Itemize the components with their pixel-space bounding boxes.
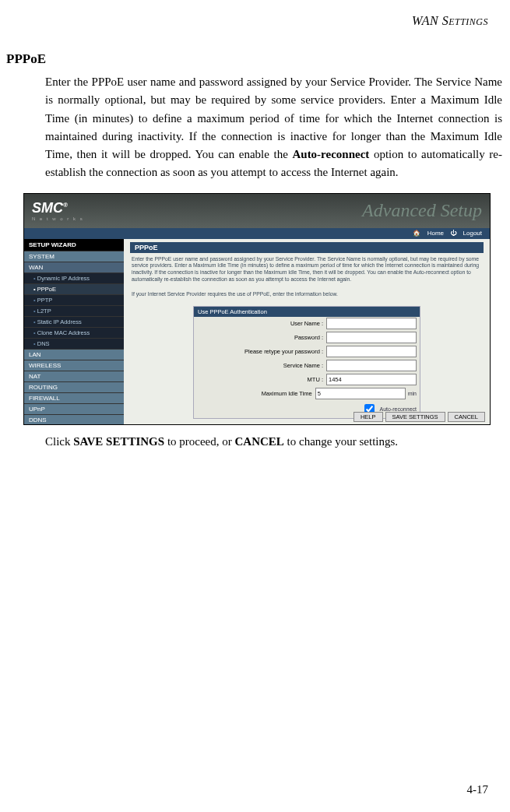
cancel-button[interactable]: CANCEL <box>448 412 485 422</box>
para2-b2: CANCEL <box>235 435 284 448</box>
running-header: WAN SETTINGS <box>0 0 510 28</box>
para1-bold: Auto-reconnect <box>292 148 369 160</box>
sidebar-item-dynamic-ip[interactable]: Dynamic IP Address <box>24 273 124 284</box>
panel-title: PPPoE <box>130 242 484 253</box>
sidebar-item-lan[interactable]: LAN <box>24 350 124 360</box>
idle-input[interactable] <box>315 388 406 399</box>
home-link-label: Home <box>427 230 444 237</box>
sidebar-item-system[interactable]: SYSTEM <box>24 251 124 262</box>
form-header: Use PPPoE Authentication <box>194 307 420 317</box>
mtu-input[interactable] <box>326 374 417 385</box>
service-input[interactable] <box>326 360 417 371</box>
content-panel: PPPoE Enter the PPPoE user name and pass… <box>124 239 490 413</box>
sidebar-item-wireless[interactable]: WIRELESS <box>24 360 124 371</box>
sidebar-item-wan[interactable]: WAN <box>24 262 124 273</box>
home-link[interactable]: 🏠 Home <box>413 230 444 237</box>
logo-sub: N e t w o r k s <box>32 216 84 221</box>
sidebar-setup-wizard[interactable]: SETUP WIZARD <box>24 239 124 251</box>
page-number: 4-17 <box>467 783 489 796</box>
section-title: PPPoE <box>0 28 510 73</box>
topbar: SMC®N e t w o r k s Advanced Setup <box>24 194 490 228</box>
sidebar-item-ddns[interactable]: DDNS <box>24 415 124 425</box>
sidebar-item-routing[interactable]: ROUTING <box>24 382 124 393</box>
sidebar-item-upnp[interactable]: UPnP <box>24 404 124 415</box>
save-settings-button[interactable]: SAVE SETTINGS <box>385 412 445 422</box>
paragraph-1: Enter the PPPoE user name and password a… <box>0 73 510 182</box>
username-input[interactable] <box>326 318 417 329</box>
para2-post: to change your settings. <box>284 435 398 448</box>
para2-mid: to proceed, or <box>164 435 234 448</box>
top-links-bar: 🏠 Home ⏻ Logout <box>24 228 490 239</box>
advanced-setup-title: Advanced Setup <box>362 200 482 221</box>
sidebar-item-pptp[interactable]: PPTP <box>24 295 124 306</box>
pppoe-form: Use PPPoE Authentication User Name : Pas… <box>193 306 420 419</box>
para2-pre: Click <box>45 435 73 448</box>
button-bar: HELP SAVE SETTINGS CANCEL <box>353 412 485 422</box>
sidebar-item-firewall[interactable]: FIREWALL <box>24 393 124 404</box>
para2-b1: SAVE SETTINGS <box>73 435 164 448</box>
logo: SMC®N e t w o r k s <box>32 200 84 221</box>
username-label: User Name : <box>197 320 326 327</box>
password-input[interactable] <box>326 332 417 343</box>
logout-link-label: Logout <box>463 230 482 237</box>
retype-label: Please retype your password : <box>197 348 326 355</box>
sidebar-item-dns[interactable]: DNS <box>24 339 124 350</box>
sidebar: SETUP WIZARD SYSTEM WAN Dynamic IP Addre… <box>24 239 124 413</box>
help-button[interactable]: HELP <box>353 412 383 422</box>
sidebar-item-l2tp[interactable]: L2TP <box>24 306 124 317</box>
logout-link[interactable]: ⏻ Logout <box>450 230 482 237</box>
mtu-label: MTU : <box>197 376 326 383</box>
idle-unit: min <box>406 391 417 396</box>
panel-desc2: If your Internet Service Provider requir… <box>130 288 484 303</box>
password-label: Password : <box>197 334 326 341</box>
idle-label: Maximum Idle Time <box>197 390 315 397</box>
retype-input[interactable] <box>326 346 417 357</box>
sidebar-item-pppoe[interactable]: PPPoE <box>24 284 124 295</box>
service-label: Service Name : <box>197 362 326 369</box>
logo-main: SMC <box>32 200 63 216</box>
sidebar-item-nat[interactable]: NAT <box>24 371 124 382</box>
sidebar-item-clone-mac[interactable]: Clone MAC Address <box>24 328 124 339</box>
embedded-screenshot: SMC®N e t w o r k s Advanced Setup 🏠 Hom… <box>23 193 491 425</box>
sidebar-item-static-ip[interactable]: Static IP Address <box>24 317 124 328</box>
panel-desc: Enter the PPPoE user name and password a… <box>130 253 484 288</box>
paragraph-2: Click SAVE SETTINGS to proceed, or CANCE… <box>0 433 510 451</box>
